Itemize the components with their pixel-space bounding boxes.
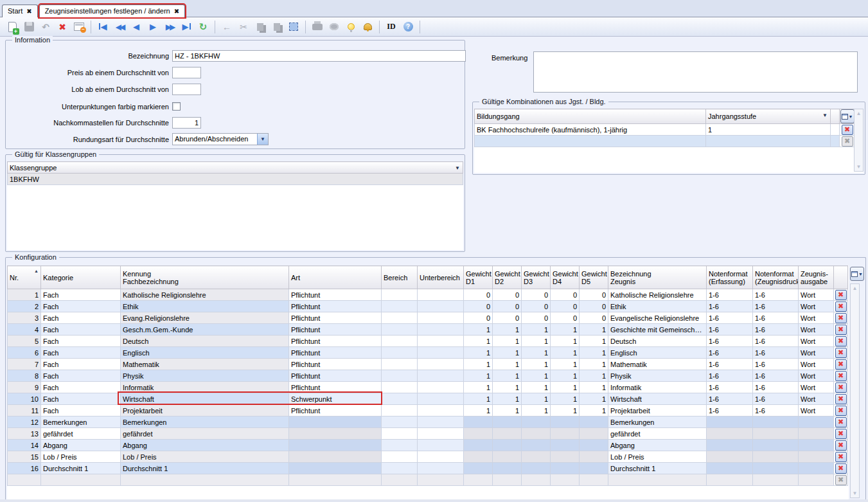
cell-nfe[interactable]: 1-6 <box>707 324 753 336</box>
cell-d1[interactable]: 1 <box>464 382 493 393</box>
cell-aus[interactable]: Wort <box>799 324 834 336</box>
save-button[interactable] <box>21 19 37 35</box>
cell-d5[interactable]: 1 <box>580 370 608 382</box>
cell-d5[interactable]: 1 <box>580 336 608 347</box>
preis-durchschnitt-input[interactable] <box>172 67 201 78</box>
cell-bez[interactable]: Mathematik <box>608 359 707 370</box>
column-header-gewicht-d3[interactable]: GewichtD3 <box>522 266 551 289</box>
new-record-button[interactable]: + <box>4 19 20 35</box>
tab-start[interactable]: Start ✖ <box>2 4 38 17</box>
nav-next-page-button[interactable]: ▶▶ <box>162 19 177 35</box>
cell-kennung[interactable]: Katholische Religionslehre <box>121 289 289 301</box>
delete-row-button[interactable]: ✖ <box>835 336 847 346</box>
delete-row-button[interactable]: ✖ <box>835 463 847 474</box>
filter-arrow-icon[interactable]: ▼ <box>455 165 460 171</box>
cell-nr[interactable]: 13 <box>8 428 41 440</box>
cell-nfe[interactable]: 1-6 <box>707 370 753 382</box>
cell-nfe[interactable]: 1-6 <box>707 382 753 393</box>
cell-unterbereich[interactable] <box>418 324 464 336</box>
cell-nfe[interactable]: 1-6 <box>707 312 753 324</box>
cell-d3[interactable] <box>522 451 551 463</box>
cell-kennung[interactable]: Mathematik <box>121 359 289 370</box>
column-header-gewicht-d4[interactable]: GewichtD4 <box>551 266 580 289</box>
cell-art[interactable]: Schwerpunkt <box>289 393 382 405</box>
delete-row-button[interactable]: ✖ <box>835 417 847 427</box>
cell-kennung[interactable]: Durchschnitt 1 <box>121 463 289 474</box>
cell-nfe[interactable] <box>707 417 753 428</box>
cell-nr[interactable]: 16 <box>8 463 41 474</box>
scroll-down-icon[interactable]: ▼ <box>856 163 862 171</box>
cell-bez[interactable]: Physik <box>608 370 707 382</box>
cut-button[interactable]: ✂ <box>236 19 251 35</box>
cell-d1[interactable] <box>464 428 493 440</box>
cell-bez[interactable]: Projektarbeit <box>608 405 707 417</box>
cell-art[interactable] <box>289 428 382 440</box>
cell-kategorie[interactable]: Lob / Preis <box>41 451 121 463</box>
cell-aus[interactable] <box>799 428 834 440</box>
cell-d5[interactable]: 1 <box>580 382 608 393</box>
cell-empty[interactable] <box>522 474 551 486</box>
cell-kategorie[interactable]: gefährdet <box>41 428 121 440</box>
cell-nfe[interactable] <box>707 463 753 474</box>
cell-aus[interactable]: Wort <box>799 359 834 370</box>
cell-nr[interactable]: 4 <box>8 324 41 336</box>
column-header-gewicht-d1[interactable]: GewichtD1 <box>464 266 493 289</box>
cell-d5[interactable] <box>580 463 608 474</box>
cell-kennung[interactable]: Deutsch <box>121 336 289 347</box>
cell-d4[interactable] <box>551 428 580 440</box>
cell-nfe[interactable]: 1-6 <box>707 289 753 301</box>
konfiguration-scrollbar[interactable]: ▲ ▼ <box>850 283 860 498</box>
cell-art[interactable]: Pflichtunt <box>289 370 382 382</box>
cell-kategorie[interactable]: Fach <box>41 359 121 370</box>
delete-row-button[interactable]: ✖ <box>842 136 853 147</box>
cell-kategorie[interactable]: Fach <box>41 289 121 301</box>
cell-art[interactable]: Pflichtunt <box>289 405 382 417</box>
cell-d1[interactable]: 0 <box>464 301 493 312</box>
cell-aus[interactable]: Wort <box>799 301 834 312</box>
cell-art[interactable]: Pflichtunt <box>289 324 382 336</box>
cell-d4[interactable] <box>551 451 580 463</box>
cell-d5[interactable] <box>580 440 608 451</box>
cell-d4[interactable]: 0 <box>551 301 580 312</box>
lob-durchschnitt-input[interactable] <box>172 84 201 95</box>
cell-d1[interactable]: 1 <box>464 359 493 370</box>
column-header-klassengruppe[interactable]: Klassengruppe▼ <box>8 162 463 174</box>
copy-button[interactable] <box>252 19 268 35</box>
cell-empty[interactable] <box>608 474 707 486</box>
cell-nfe[interactable]: 1-6 <box>707 359 753 370</box>
cell-kategorie[interactable]: Fach <box>41 301 121 312</box>
cell-nfd[interactable]: 1-6 <box>753 382 799 393</box>
delete-row-button[interactable]: ✖ <box>835 325 847 335</box>
hint-button[interactable] <box>343 19 359 35</box>
cell-nfd[interactable]: 1-6 <box>753 312 799 324</box>
cell-d5[interactable]: 0 <box>580 312 608 324</box>
cell-d5[interactable]: 0 <box>580 301 608 312</box>
cell-bez[interactable]: Deutsch <box>608 336 707 347</box>
cell-empty[interactable] <box>551 474 580 486</box>
cell-nfe[interactable] <box>707 451 753 463</box>
cell-d4[interactable]: 1 <box>551 347 580 359</box>
cell-jahrgangsstufe[interactable] <box>706 136 831 147</box>
cell-d4[interactable]: 1 <box>551 336 580 347</box>
cell-kennung[interactable]: gefährdet <box>121 428 289 440</box>
cell-nfe[interactable]: 1-6 <box>707 347 753 359</box>
cell-d5[interactable] <box>580 451 608 463</box>
delete-row-button[interactable]: ✖ <box>835 359 847 370</box>
cell-bez[interactable]: Englisch <box>608 347 707 359</box>
cell-aus[interactable]: Wort <box>799 370 834 382</box>
cell-d1[interactable]: 1 <box>464 324 493 336</box>
cell-d2[interactable] <box>493 451 522 463</box>
cell-kategorie[interactable]: Bemerkungen <box>41 417 121 428</box>
cell-d1[interactable]: 0 <box>464 312 493 324</box>
cell-bereich[interactable] <box>382 451 418 463</box>
cell-nfe[interactable] <box>707 428 753 440</box>
cell-bildungsgang[interactable]: BK Fachhochschulreife (kaufmännisch), 1-… <box>475 124 706 136</box>
scroll-up-icon[interactable]: ▲ <box>856 109 862 118</box>
cell-bereich[interactable] <box>382 347 418 359</box>
cell-kennung[interactable]: Informatik <box>121 382 289 393</box>
cell-kennung[interactable]: Evang.Religionslehre <box>121 312 289 324</box>
cell-d2[interactable]: 1 <box>493 393 522 405</box>
cell-d1[interactable]: 1 <box>464 393 493 405</box>
cell-unterbereich[interactable] <box>418 428 464 440</box>
cell-d4[interactable]: 0 <box>551 312 580 324</box>
